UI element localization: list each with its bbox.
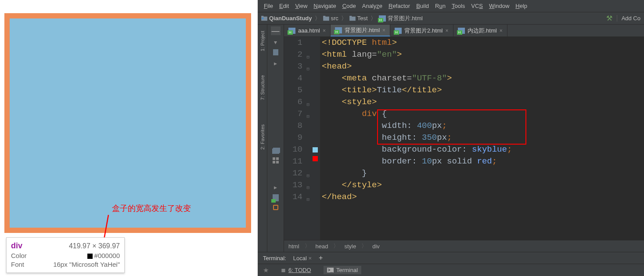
fold-icon[interactable]: ⊟ [306,194,309,206]
star-icon[interactable]: ★ [263,266,269,274]
file-stack-icon[interactable] [272,149,279,154]
terminal-add-button[interactable]: + [319,254,323,262]
folder-icon [349,16,356,21]
nav-src[interactable]: src [331,15,338,22]
svg-rect-2 [261,16,263,17]
menu-analyze[interactable]: Analyze [360,2,385,10]
terminal-label: Terminal: [263,255,286,261]
fold-icon[interactable]: ⊟ [306,63,309,75]
close-icon[interactable]: × [382,27,385,33]
collapse-button[interactable]: — [271,26,281,35]
nav-sep: 〉 [315,15,320,22]
bottom-tab-todo[interactable]: ≣ 6: TODO [277,266,315,274]
menu-view[interactable]: View [292,2,310,10]
crumb-style[interactable]: style [344,243,356,250]
svg-rect-3 [262,18,263,19]
svg-rect-7 [349,16,352,17]
tab-aaa[interactable]: aaa.html× [284,25,331,36]
nav-project[interactable]: QianDuanStudy [269,15,312,22]
side-tab-project[interactable]: 1: Project [260,31,265,51]
tooltip-dimensions: 419.97 × 369.97 [69,242,120,250]
tab-label: 内边距.html [468,27,497,35]
devtools-tooltip: div 419.97 × 369.97 Color #000000 Font 1… [6,237,125,273]
menu-navigate[interactable]: Navigate [311,2,338,10]
menu-tools[interactable]: Tools [449,2,468,10]
build-hammer-icon[interactable]: ⚒ [606,14,612,22]
expand-arrow-icon[interactable]: ▾ [274,39,277,46]
close-icon[interactable]: × [445,28,448,34]
tab-beijingtupian[interactable]: 背景图片.html× [331,25,390,36]
rendered-box: 盒子的宽高发生了改变 [4,13,251,233]
crumb-html[interactable]: html [288,243,299,250]
close-icon[interactable]: × [323,28,326,34]
fold-icon[interactable]: ⊟ [306,99,309,111]
add-config-button[interactable]: Add Co [617,15,640,22]
terminal-tab-local[interactable]: Local × [293,255,312,261]
color-marker-skyblue[interactable] [313,147,318,153]
nav-breadcrumb: QianDuanStudy 〉 src 〉 Test 〉 背景图片.html ⚒… [258,12,644,25]
tooltip-color-value: #000000 [87,251,120,260]
annotation-text: 盒子的宽高发生了改变 [112,203,191,214]
nav-sep: 〉 [341,15,347,22]
color-marker-red[interactable] [313,156,318,161]
html-file-icon [395,28,402,34]
ide-window: File Edit View Navigate Code Analyze Ref… [258,0,644,276]
nav-sep: 〉 [371,15,376,22]
file-icon[interactable] [273,49,278,55]
bottom-tab-terminal[interactable]: >_ Terminal [324,266,362,274]
fold-icon[interactable]: ⊟ [306,51,309,63]
code-content[interactable]: <!DOCTYPE html> <html lang="en"> <head> … [320,37,644,240]
side-tab-structure[interactable]: 7: Structure [260,75,265,100]
menu-edit[interactable]: Edit [277,2,291,10]
line-gutter: 1 2 3 4 5 6 7 8 9 10 11 12 13 14 [284,37,310,240]
tab-beijingtupian2[interactable]: 背景图片2.html× [390,25,453,36]
code-breadcrumb: html〉 head〉 style〉 div [284,240,644,252]
menubar: File Edit View Navigate Code Analyze Ref… [258,0,644,12]
fold-icon[interactable]: ⊟ [306,182,309,194]
svg-rect-10 [273,161,275,163]
crumb-head[interactable]: head [316,243,328,250]
menu-help[interactable]: Help [513,2,530,10]
terminal-tabs: Terminal: Local × + [258,252,644,264]
crumb-div[interactable]: div [372,243,380,250]
orange-mark-icon[interactable] [273,205,278,210]
menu-run[interactable]: Run [432,2,448,10]
browser-preview-pane: 盒子的宽高发生了改变 div 419.97 × 369.97 Color #00… [0,0,258,276]
side-tab-favorites[interactable]: 2: Favorites [260,124,265,149]
html-file-icon [458,28,465,34]
fold-icon[interactable]: ⊟ [306,170,309,182]
terminal-icon: >_ [327,268,334,272]
left-tool-strip: 1: Project 7: Structure 2: Favorites [258,25,267,252]
nav-test[interactable]: Test [357,15,368,22]
play-arrow-icon[interactable]: ▸ [274,60,277,67]
tab-label: 背景图片2.html [404,27,443,35]
tooltip-color-label: Color [11,251,27,260]
play-arrow-icon[interactable]: ▸ [274,184,277,191]
editor-tabs: aaa.html× 背景图片.html× 背景图片2.html× 内边距.htm… [284,25,644,37]
html-file-icon [379,15,386,22]
menu-refactor[interactable]: Refactor [386,2,413,10]
menu-build[interactable]: Build [414,2,432,10]
menu-vcs[interactable]: VCS [468,2,486,10]
close-icon[interactable]: × [500,28,503,34]
svg-rect-8 [273,157,275,160]
fold-icon[interactable]: ⊟ [306,111,309,123]
svg-rect-11 [276,161,279,163]
html-file-icon [335,27,342,33]
tooltip-tagname: div [11,241,22,251]
green-file-icon[interactable] [273,194,279,201]
nav-file[interactable]: 背景图片.html [388,15,423,22]
tab-label: 背景图片.html [345,26,380,34]
menu-code[interactable]: Code [340,2,359,10]
tab-label: aaa.html [298,27,320,34]
tab-neibianju[interactable]: 内边距.html× [453,25,507,36]
grid-icon[interactable] [273,157,279,163]
project-folder-icon [261,16,267,21]
tooltip-font-value: 16px "Microsoft YaHei" [53,260,120,269]
code-editor[interactable]: 1 2 3 4 5 6 7 8 9 10 11 12 13 14 [284,37,644,240]
marker-column [310,37,320,240]
close-icon[interactable]: × [308,255,312,261]
menu-file[interactable]: File [261,2,276,10]
svg-rect-9 [276,157,279,160]
menu-window[interactable]: Window [486,2,512,10]
